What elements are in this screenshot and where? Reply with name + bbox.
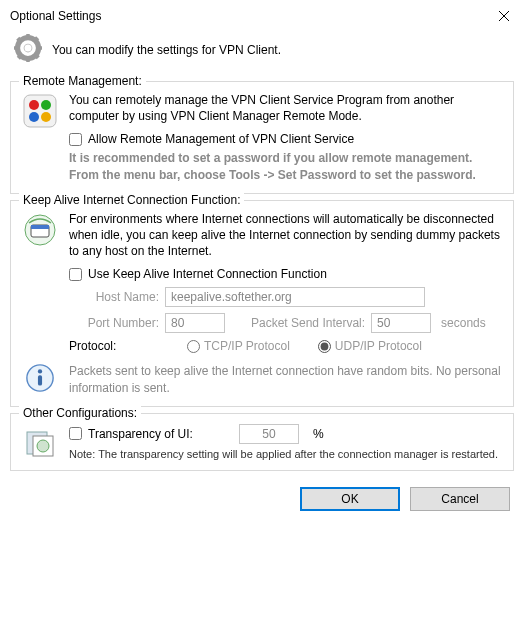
svg-point-26: [37, 440, 49, 452]
remote-icon: [21, 92, 59, 183]
svg-point-12: [25, 45, 32, 52]
keepalive-icon: [21, 211, 59, 356]
other-icon: [21, 424, 59, 460]
use-keepalive-label: Use Keep Alive Internet Connection Funct…: [88, 267, 327, 281]
svg-point-22: [38, 370, 42, 374]
header-subtitle: You can modify the settings for VPN Clie…: [52, 43, 281, 57]
keepalive-legend: Keep Alive Internet Connection Function:: [19, 193, 244, 207]
svg-rect-20: [31, 225, 49, 229]
close-icon[interactable]: [494, 6, 514, 26]
ok-button[interactable]: OK: [300, 487, 400, 511]
keepalive-desc: For environments where Internet connecti…: [69, 211, 503, 260]
tcp-label: TCP/IP Protocol: [204, 339, 290, 353]
other-config-group: Other Configurations: Transparency of UI…: [10, 413, 514, 471]
window-title: Optional Settings: [10, 9, 101, 23]
host-label: Host Name:: [69, 290, 159, 304]
svg-point-14: [29, 100, 39, 110]
interval-input[interactable]: [371, 313, 431, 333]
allow-remote-checkbox[interactable]: [69, 133, 82, 146]
transparency-label: Transparency of UI:: [88, 427, 193, 441]
remote-legend: Remote Management:: [19, 74, 146, 88]
udp-radio[interactable]: [318, 340, 331, 353]
interval-unit: seconds: [441, 316, 486, 330]
transparency-input[interactable]: [239, 424, 299, 444]
udp-label: UDP/IP Protocol: [335, 339, 422, 353]
interval-label: Packet Send Interval:: [251, 316, 365, 330]
remote-hint: It is recommended to set a password if y…: [69, 150, 503, 182]
tcp-radio[interactable]: [187, 340, 200, 353]
svg-rect-23: [38, 376, 42, 386]
gear-icon: [14, 34, 42, 65]
other-legend: Other Configurations:: [19, 406, 141, 420]
remote-management-group: Remote Management: You can remotely mana…: [10, 81, 514, 194]
use-keepalive-checkbox[interactable]: [69, 268, 82, 281]
cancel-button[interactable]: Cancel: [410, 487, 510, 511]
transparency-checkbox[interactable]: [69, 427, 82, 440]
info-icon: [21, 363, 59, 393]
port-input[interactable]: [165, 313, 225, 333]
svg-point-16: [29, 112, 39, 122]
remote-desc: You can remotely manage the VPN Client S…: [69, 92, 503, 124]
keepalive-privacy: Packets sent to keep alive the Internet …: [69, 363, 503, 395]
svg-rect-13: [24, 95, 56, 127]
port-label: Port Number:: [69, 316, 159, 330]
allow-remote-label: Allow Remote Management of VPN Client Se…: [88, 132, 354, 146]
percent-label: %: [313, 427, 324, 441]
svg-point-15: [41, 100, 51, 110]
host-input[interactable]: [165, 287, 425, 307]
svg-point-17: [41, 112, 51, 122]
transparency-note: Note: The transparency setting will be a…: [69, 448, 503, 460]
protocol-label: Protocol:: [69, 339, 159, 353]
keepalive-group: Keep Alive Internet Connection Function:…: [10, 200, 514, 407]
